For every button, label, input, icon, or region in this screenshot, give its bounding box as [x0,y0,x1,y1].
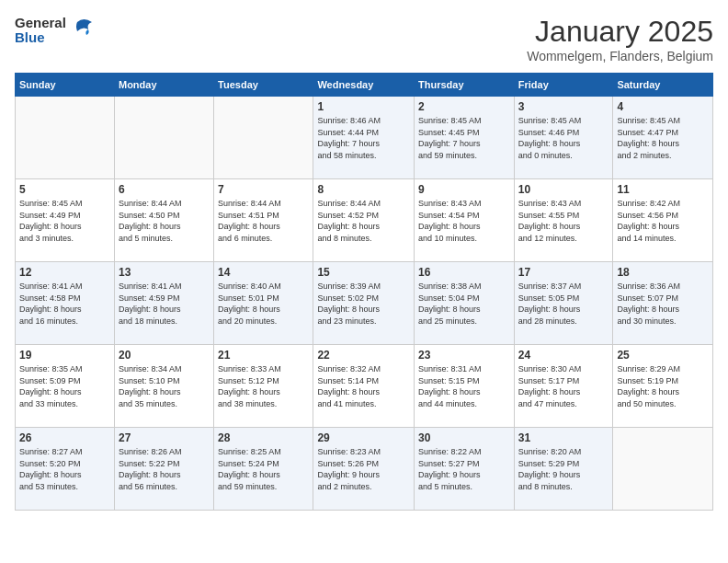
day-number: 11 [617,183,709,196]
location: Wommelgem, Flanders, Belgium [527,49,713,63]
day-info: Sunrise: 8:40 AM Sunset: 5:01 PM Dayligh… [218,281,309,327]
calendar-table: Sunday Monday Tuesday Wednesday Thursday… [15,73,713,511]
day-info: Sunrise: 8:45 AM Sunset: 4:45 PM Dayligh… [418,115,510,161]
calendar-day-cell: 13Sunrise: 8:41 AM Sunset: 4:59 PM Dayli… [114,262,213,345]
day-info: Sunrise: 8:39 AM Sunset: 5:02 PM Dayligh… [317,281,410,327]
calendar-day-cell: 16Sunrise: 8:38 AM Sunset: 5:04 PM Dayli… [415,262,515,345]
day-info: Sunrise: 8:37 AM Sunset: 5:05 PM Dayligh… [518,281,609,327]
calendar-day-cell: 17Sunrise: 8:37 AM Sunset: 5:05 PM Dayli… [514,262,613,345]
col-monday: Monday [114,74,213,97]
day-number: 15 [317,266,410,279]
day-number: 9 [418,183,510,196]
calendar-day-cell: 19Sunrise: 8:35 AM Sunset: 5:09 PM Dayli… [16,345,115,428]
calendar-day-cell [16,97,115,179]
logo-text: General Blue [15,16,66,46]
day-number: 30 [418,431,510,444]
day-info: Sunrise: 8:34 AM Sunset: 5:10 PM Dayligh… [119,363,210,409]
calendar-day-cell: 12Sunrise: 8:41 AM Sunset: 4:58 PM Dayli… [16,262,115,345]
day-number: 16 [418,266,510,279]
calendar-week-row: 1Sunrise: 8:46 AM Sunset: 4:44 PM Daylig… [16,97,713,179]
calendar-day-cell: 5Sunrise: 8:45 AM Sunset: 4:49 PM Daylig… [16,179,115,262]
day-number: 22 [317,349,410,362]
day-info: Sunrise: 8:44 AM Sunset: 4:51 PM Dayligh… [218,198,309,244]
day-number: 14 [218,266,309,279]
calendar-day-cell: 27Sunrise: 8:26 AM Sunset: 5:22 PM Dayli… [114,428,213,511]
calendar-day-cell: 11Sunrise: 8:42 AM Sunset: 4:56 PM Dayli… [613,179,713,262]
calendar-day-cell: 1Sunrise: 8:46 AM Sunset: 4:44 PM Daylig… [313,97,415,179]
day-number: 20 [119,349,210,362]
day-info: Sunrise: 8:43 AM Sunset: 4:54 PM Dayligh… [418,198,510,244]
calendar-day-cell: 10Sunrise: 8:43 AM Sunset: 4:55 PM Dayli… [514,179,613,262]
day-info: Sunrise: 8:44 AM Sunset: 4:52 PM Dayligh… [317,198,410,244]
calendar-week-row: 19Sunrise: 8:35 AM Sunset: 5:09 PM Dayli… [16,345,713,428]
col-wednesday: Wednesday [313,74,415,97]
col-friday: Friday [514,74,613,97]
page-container: General Blue January 2025 Wommelgem, Fla… [0,0,728,563]
day-info: Sunrise: 8:36 AM Sunset: 5:07 PM Dayligh… [617,281,709,327]
day-info: Sunrise: 8:23 AM Sunset: 5:26 PM Dayligh… [317,446,410,492]
day-info: Sunrise: 8:41 AM Sunset: 4:58 PM Dayligh… [19,281,110,327]
day-number: 25 [617,349,709,362]
day-number: 26 [19,431,110,444]
calendar-week-row: 5Sunrise: 8:45 AM Sunset: 4:49 PM Daylig… [16,179,713,262]
calendar-day-cell: 18Sunrise: 8:36 AM Sunset: 5:07 PM Dayli… [613,262,713,345]
calendar-day-cell: 7Sunrise: 8:44 AM Sunset: 4:51 PM Daylig… [214,179,313,262]
calendar-day-cell: 23Sunrise: 8:31 AM Sunset: 5:15 PM Dayli… [415,345,515,428]
calendar-day-cell [114,97,213,179]
calendar-day-cell: 21Sunrise: 8:33 AM Sunset: 5:12 PM Dayli… [214,345,313,428]
day-number: 4 [617,100,709,113]
logo-bird-icon [70,15,97,46]
day-info: Sunrise: 8:26 AM Sunset: 5:22 PM Dayligh… [119,446,210,492]
title-section: January 2025 Wommelgem, Flanders, Belgiu… [527,15,713,63]
calendar-day-cell [613,428,713,511]
day-info: Sunrise: 8:45 AM Sunset: 4:47 PM Dayligh… [617,115,709,161]
calendar-day-cell: 4Sunrise: 8:45 AM Sunset: 4:47 PM Daylig… [613,97,713,179]
col-saturday: Saturday [613,74,713,97]
calendar-day-cell: 22Sunrise: 8:32 AM Sunset: 5:14 PM Dayli… [313,345,415,428]
day-info: Sunrise: 8:32 AM Sunset: 5:14 PM Dayligh… [317,363,410,409]
calendar-day-cell: 30Sunrise: 8:22 AM Sunset: 5:27 PM Dayli… [415,428,515,511]
col-thursday: Thursday [415,74,515,97]
day-number: 28 [218,431,309,444]
calendar-day-cell [214,97,313,179]
day-number: 5 [19,183,110,196]
calendar-day-cell: 15Sunrise: 8:39 AM Sunset: 5:02 PM Dayli… [313,262,415,345]
calendar-day-cell: 9Sunrise: 8:43 AM Sunset: 4:54 PM Daylig… [415,179,515,262]
day-number: 17 [518,266,609,279]
calendar-day-cell: 26Sunrise: 8:27 AM Sunset: 5:20 PM Dayli… [16,428,115,511]
day-number: 6 [119,183,210,196]
day-number: 24 [518,349,609,362]
day-info: Sunrise: 8:42 AM Sunset: 4:56 PM Dayligh… [617,198,709,244]
day-info: Sunrise: 8:31 AM Sunset: 5:15 PM Dayligh… [418,363,510,409]
day-info: Sunrise: 8:38 AM Sunset: 5:04 PM Dayligh… [418,281,510,327]
calendar-day-cell: 14Sunrise: 8:40 AM Sunset: 5:01 PM Dayli… [214,262,313,345]
month-title: January 2025 [527,15,713,49]
calendar-header-row: Sunday Monday Tuesday Wednesday Thursday… [16,74,713,97]
day-number: 10 [518,183,609,196]
day-number: 19 [19,349,110,362]
calendar-day-cell: 25Sunrise: 8:29 AM Sunset: 5:19 PM Dayli… [613,345,713,428]
calendar-day-cell: 2Sunrise: 8:45 AM Sunset: 4:45 PM Daylig… [415,97,515,179]
calendar-week-row: 26Sunrise: 8:27 AM Sunset: 5:20 PM Dayli… [16,428,713,511]
day-info: Sunrise: 8:27 AM Sunset: 5:20 PM Dayligh… [19,446,110,492]
day-number: 3 [518,100,609,113]
day-number: 23 [418,349,510,362]
day-number: 8 [317,183,410,196]
day-number: 13 [119,266,210,279]
day-info: Sunrise: 8:41 AM Sunset: 4:59 PM Dayligh… [119,281,210,327]
day-number: 21 [218,349,309,362]
day-info: Sunrise: 8:33 AM Sunset: 5:12 PM Dayligh… [218,363,309,409]
calendar-day-cell: 24Sunrise: 8:30 AM Sunset: 5:17 PM Dayli… [514,345,613,428]
calendar-week-row: 12Sunrise: 8:41 AM Sunset: 4:58 PM Dayli… [16,262,713,345]
day-info: Sunrise: 8:46 AM Sunset: 4:44 PM Dayligh… [317,115,410,161]
calendar-day-cell: 29Sunrise: 8:23 AM Sunset: 5:26 PM Dayli… [313,428,415,511]
day-number: 2 [418,100,510,113]
day-number: 29 [317,431,410,444]
calendar-day-cell: 3Sunrise: 8:45 AM Sunset: 4:46 PM Daylig… [514,97,613,179]
col-sunday: Sunday [16,74,115,97]
day-number: 1 [317,100,410,113]
day-number: 12 [19,266,110,279]
calendar-day-cell: 8Sunrise: 8:44 AM Sunset: 4:52 PM Daylig… [313,179,415,262]
calendar-day-cell: 28Sunrise: 8:25 AM Sunset: 5:24 PM Dayli… [214,428,313,511]
calendar-day-cell: 20Sunrise: 8:34 AM Sunset: 5:10 PM Dayli… [114,345,213,428]
